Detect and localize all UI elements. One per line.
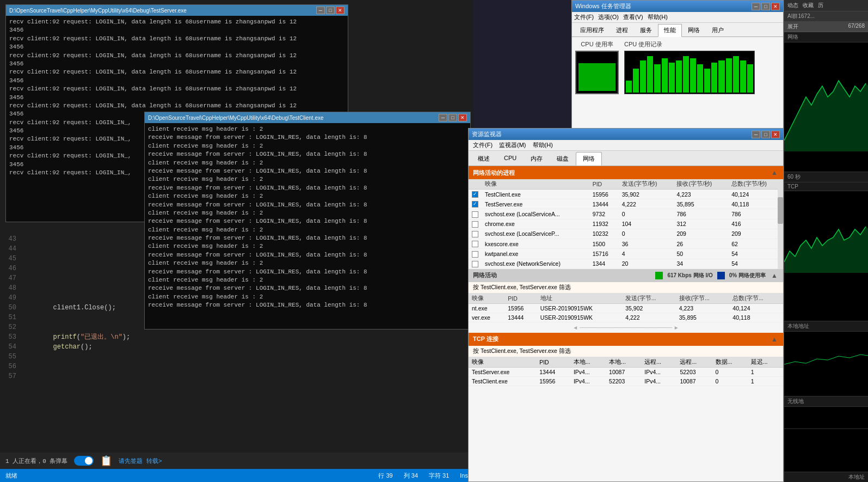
- net-count-label: 67/268: [848, 23, 865, 30]
- svg-marker-0: [784, 81, 868, 151]
- th-pid: PID: [589, 179, 619, 190]
- watch-toggle[interactable]: [74, 456, 94, 466]
- rm-menu-monitor[interactable]: 监视器(M): [499, 141, 526, 149]
- terminal-client-window: D:\OpenSourceTravel\CppHelper\MyCppUtili…: [144, 112, 471, 330]
- rm-tcp-section-header: TCP 连接 ▲: [469, 333, 783, 346]
- detail-pid: 13444: [504, 313, 537, 322]
- tcp-delay: 1: [748, 367, 783, 376]
- sign-link[interactable]: 请先签题 转载>: [119, 457, 162, 465]
- barrage-icon[interactable]: 📋: [100, 455, 112, 467]
- process-total: 786: [728, 209, 783, 219]
- process-table-scrollbar[interactable]: [778, 179, 783, 269]
- rm-tcp-title: TCP 连接: [473, 335, 498, 343]
- code-line: 53 printf("已退出。\n");: [0, 332, 473, 342]
- close-button[interactable]: ✕: [336, 7, 344, 14]
- process-row[interactable]: kxescore.exe 1500 36 26 62: [469, 239, 783, 249]
- process-total: 40,118: [728, 199, 783, 209]
- process-checkbox[interactable]: [472, 211, 478, 218]
- th-detail-send: 发送(字节...: [622, 294, 676, 304]
- close-button-client[interactable]: ✕: [458, 114, 467, 121]
- tab-performance[interactable]: 性能: [658, 24, 682, 37]
- tm-maximize[interactable]: □: [761, 3, 770, 10]
- rm-process-table-container: 映像 PID 发送(字节/秒) 接收(字节/秒) 总数(字节/秒) TestCl…: [469, 179, 783, 269]
- process-recv: 35,895: [673, 199, 728, 209]
- rm-tabs: 概述 CPU 内存 磁盘 网络: [469, 151, 783, 166]
- rm-tab-memory[interactable]: 内存: [524, 152, 550, 166]
- detail-name: ver.exe: [469, 313, 504, 322]
- process-recv: 50: [673, 249, 728, 259]
- detail-row: nt.exe 15956 USER-20190915WK 35,902 4,22…: [469, 303, 783, 313]
- tm-menu-options[interactable]: 选项(O): [598, 13, 619, 21]
- rm-process-table: 映像 PID 发送(字节/秒) 接收(字节/秒) 总数(字节/秒) TestCl…: [469, 179, 783, 269]
- tab-applications[interactable]: 应用程序: [574, 24, 610, 36]
- net-graph-local-area: [784, 332, 868, 396]
- rm-tcp-table-container: 映像 PID 本地... 本地... 远程... 远程... 数据... 延迟.…: [469, 357, 783, 481]
- tm-menu-help[interactable]: 帮助(H): [648, 13, 668, 21]
- task-manager-title: Windows 任务管理器: [575, 2, 631, 10]
- process-name: TestClient.exe: [482, 190, 589, 199]
- process-send: 0: [619, 209, 674, 219]
- maximize-button[interactable]: □: [326, 7, 335, 14]
- net-ai-label: AI群1672...: [784, 11, 868, 22]
- tm-menu-view[interactable]: 查看(V): [623, 13, 643, 21]
- rm-maximize[interactable]: □: [761, 131, 770, 138]
- process-recv: 34: [673, 259, 728, 269]
- rm-tab-cpu[interactable]: CPU: [497, 152, 524, 166]
- th-image: 映像: [482, 179, 589, 190]
- minimize-button-client[interactable]: ─: [439, 114, 447, 121]
- rm-tcp-expand[interactable]: ▲: [770, 335, 779, 344]
- process-send: 0: [619, 229, 674, 239]
- process-checkbox[interactable]: [472, 231, 478, 237]
- tab-network[interactable]: 网络: [682, 24, 706, 36]
- rm-network-expand[interactable]: ▲: [770, 168, 779, 177]
- process-row[interactable]: svchost.exe (NetworkService) 1344 20 34 …: [469, 259, 783, 269]
- th-name: 映像: [469, 294, 504, 304]
- process-check-cell: [469, 239, 482, 249]
- process-send: 20: [619, 259, 674, 269]
- tm-close[interactable]: ✕: [771, 3, 780, 10]
- rm-tab-disk[interactable]: 磁盘: [550, 152, 576, 166]
- th-tcp-remote-port: 远程...: [676, 357, 712, 368]
- maximize-button-client[interactable]: □: [448, 114, 457, 121]
- process-row[interactable]: chrome.exe 11932 104 312 416: [469, 219, 783, 229]
- minimize-button[interactable]: ─: [316, 7, 325, 14]
- process-checkbox[interactable]: [472, 241, 478, 247]
- process-row[interactable]: svchost.exe (LocalServiceA... 9732 0 786…: [469, 209, 783, 219]
- rm-minimize[interactable]: ─: [752, 131, 760, 138]
- process-row[interactable]: svchost.exe (LocalServiceP... 10232 0 20…: [469, 229, 783, 239]
- rm-menubar: 文件(F) 监视器(M) 帮助(H): [469, 140, 783, 151]
- process-checkbox[interactable]: [472, 201, 478, 208]
- tab-processes[interactable]: 进程: [610, 24, 634, 36]
- rm-tab-overview[interactable]: 概述: [471, 152, 497, 166]
- process-checkbox[interactable]: [472, 251, 478, 258]
- tab-users[interactable]: 用户: [706, 24, 730, 36]
- process-row[interactable]: kwtpanel.exe 15716 4 50 54: [469, 249, 783, 259]
- tm-menu-file[interactable]: 文件(F): [574, 13, 594, 21]
- rm-close[interactable]: ✕: [771, 131, 780, 138]
- th-tcp-local-addr: 本地...: [570, 357, 606, 368]
- client-window-controls: ─ □ ✕: [439, 114, 467, 121]
- process-row[interactable]: TestServer.exe 13444 4,222 35,895 40,118: [469, 199, 783, 209]
- tm-window-controls: ─ □ ✕: [752, 3, 780, 10]
- th-detail-total: 总数(字节...: [729, 294, 783, 304]
- detail-recv: 35,895: [676, 313, 730, 322]
- process-send: 4,222: [619, 199, 674, 209]
- th-detail-pid: PID: [504, 294, 537, 304]
- process-check-cell: [469, 249, 482, 259]
- process-row[interactable]: TestClient.exe 15956 35,902 4,223 40,124: [469, 190, 783, 199]
- rm-net-activity-expand[interactable]: ▲: [770, 271, 779, 280]
- process-checkbox[interactable]: [472, 221, 478, 228]
- tab-services[interactable]: 服务: [634, 24, 658, 36]
- detail-recv: 4,223: [676, 303, 730, 313]
- process-checkbox[interactable]: [472, 261, 478, 267]
- task-manager-content: CPU 使用率 CPU 使用记录: [572, 37, 783, 130]
- process-name: kxescore.exe: [482, 239, 589, 249]
- process-checkbox[interactable]: [472, 191, 478, 198]
- rm-tab-network[interactable]: 网络: [576, 152, 602, 166]
- tm-minimize[interactable]: ─: [752, 3, 760, 10]
- rm-menu-help[interactable]: 帮助(H): [533, 141, 553, 149]
- rm-menu-file[interactable]: 文件(F): [473, 141, 493, 149]
- process-name: svchost.exe (NetworkService): [482, 259, 589, 269]
- net-graph-label: 网络: [787, 34, 798, 40]
- task-manager-titlebar: Windows 任务管理器 ─ □ ✕: [572, 1, 783, 12]
